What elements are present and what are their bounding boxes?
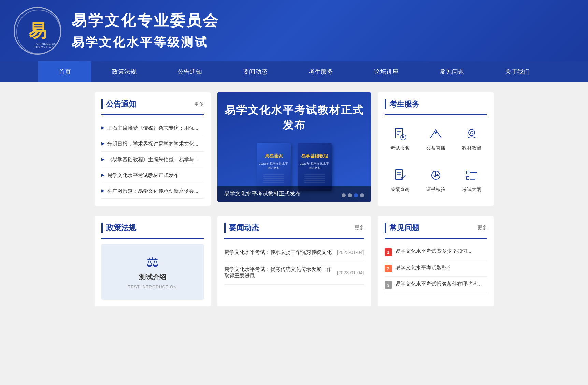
nav-item-service[interactable]: 考生服务 xyxy=(288,61,354,82)
service-title: 考生服务 xyxy=(385,99,419,109)
nav-item-notice[interactable]: 公告通知 xyxy=(157,61,223,82)
policy-title-en: TEST INTRODUCTION xyxy=(128,285,177,289)
faq-item[interactable]: 2 易学文化水平考试题型？ xyxy=(385,260,487,277)
faq-num-3: 3 xyxy=(385,281,392,289)
nav-item-news[interactable]: 要闻动态 xyxy=(223,61,288,82)
notice-item[interactable]: ▶ 《易学基础教程》主编朱伯崑：易学与... xyxy=(101,152,204,167)
service-item-live[interactable]: 公益直播 xyxy=(420,120,451,156)
main-top: 公告通知 更多 ▶ 王石主席接受《传媒》杂志专访：用优... ▶ 光明日报：学术… xyxy=(89,82,499,216)
svg-rect-0 xyxy=(395,128,403,138)
notice-item[interactable]: ▶ 央广网报道：易学文化传承创新座谈会... xyxy=(101,183,204,199)
notice-item[interactable]: ▶ 光明日报：学术界探讨易学的学术文化... xyxy=(101,136,204,152)
arrow-icon: ▶ xyxy=(101,141,104,146)
dot-2[interactable] xyxy=(348,193,352,197)
policy-title-cn: 测试介绍 xyxy=(139,273,166,282)
faq-num-1: 1 xyxy=(385,248,392,256)
notice-item[interactable]: ▶ 王石主席接受《传媒》杂志专访：用优... xyxy=(101,120,204,136)
service-label: 教材教辅 xyxy=(462,145,481,151)
news-more[interactable]: 更多 xyxy=(355,225,364,231)
policy-title: 政策法规 xyxy=(101,223,136,233)
faq-item[interactable]: 1 易学文化水平考试费多少？如何... xyxy=(385,244,487,260)
book1: 周易通识 2023年 易学文化水平测试教材 xyxy=(257,143,291,191)
arrow-icon: ▶ xyxy=(101,125,104,130)
outline-icon xyxy=(463,167,480,184)
notice-title: 公告通知 xyxy=(101,99,136,109)
notice-header: 公告通知 更多 xyxy=(101,99,204,109)
nav-item-forum[interactable]: 论坛讲座 xyxy=(354,61,419,82)
dot-4[interactable] xyxy=(360,193,364,197)
carousel-dots xyxy=(342,193,364,197)
header-titles: 易学文化专业委员会 易学文化水平等级测试 xyxy=(72,11,219,51)
faq-more[interactable]: 更多 xyxy=(477,225,487,231)
book2-subtitle: 2023年 易学文化水平测试教材 xyxy=(298,161,332,171)
exam-reg-icon xyxy=(391,125,408,142)
bottom-section: 政策法规 ⚖ 测试介绍 TEST INTRODUCTION 要闻动态 更多 易学… xyxy=(89,216,499,306)
arrow-icon: ▶ xyxy=(101,188,104,193)
policy-item[interactable]: ⚖ 测试介绍 TEST INTRODUCTION xyxy=(101,244,204,300)
notice-section: 公告通知 更多 ▶ 王石主席接受《传媒》杂志专访：用优... ▶ 光明日报：学术… xyxy=(95,92,211,206)
faq-text: 易学文化水平考试费多少？如何... xyxy=(396,248,472,255)
notice-text: 《易学基础教程》主编朱伯崑：易学与... xyxy=(107,156,199,163)
svg-point-9 xyxy=(470,131,473,134)
nav-item-home[interactable]: 首页 xyxy=(38,61,91,82)
notice-more[interactable]: 更多 xyxy=(194,101,204,107)
faq-text: 易学文化水平考试报名条件有哪些基... xyxy=(396,281,482,287)
notice-text: 央广网报道：易学文化传承创新座谈会... xyxy=(107,187,199,194)
service-label: 公益直播 xyxy=(426,145,445,151)
material-icon xyxy=(463,125,480,142)
news-date: [2023-01-04] xyxy=(337,270,364,275)
nav-item-faq[interactable]: 常见问题 xyxy=(419,61,485,82)
faq-num-2: 2 xyxy=(385,265,392,272)
faq-item[interactable]: 3 易学文化水平考试报名条件有哪些基... xyxy=(385,277,487,293)
service-header: 考生服务 xyxy=(385,99,487,109)
service-label: 成绩查询 xyxy=(390,187,410,193)
service-section: 考生服务 考试报名 公益直播 教材教辅 xyxy=(378,92,494,206)
book2: 易学基础教程 2023年 易学文化水平测试教材 xyxy=(298,143,332,191)
carousel-content: 易学文化水平考试教材正式发布 周易通识 2023年 易学文化水平测试教材 易学基… xyxy=(217,92,371,202)
notice-list: ▶ 王石主席接受《传媒》杂志专访：用优... ▶ 光明日报：学术界探讨易学的学术… xyxy=(101,120,204,199)
arrow-icon: ▶ xyxy=(101,157,104,162)
service-grid: 考试报名 公益直播 教材教辅 成绩查询 xyxy=(385,120,487,198)
notice-text: 王石主席接受《传媒》杂志专访：用优... xyxy=(107,124,199,132)
news-text: 易学文化水平考试：优秀传统文化传承发展工作取得重要进展 xyxy=(224,266,332,279)
service-label: 考试报名 xyxy=(390,145,410,151)
arrow-icon: ▶ xyxy=(101,173,104,177)
carousel-caption: 易学文化水平考试教材正式发布 xyxy=(217,186,371,202)
news-item[interactable]: 易学文化水平考试：优秀传统文化传承发展工作取得重要进展 [2023-01-04] xyxy=(224,261,364,285)
service-item-outline[interactable]: 考试大纲 xyxy=(456,162,487,198)
service-item-material[interactable]: 教材教辅 xyxy=(456,120,487,156)
dot-3[interactable] xyxy=(354,193,358,197)
service-label: 考试大纲 xyxy=(462,187,481,193)
policy-section: 政策法规 ⚖ 测试介绍 TEST INTRODUCTION xyxy=(95,216,211,306)
notice-text: 光明日报：学术界探讨易学的学术文化... xyxy=(107,140,199,147)
service-item-exam-reg[interactable]: 考试报名 xyxy=(385,120,415,156)
faq-header: 常见问题 更多 xyxy=(385,223,487,233)
book1-subtitle: 2023年 易学文化水平测试教材 xyxy=(257,161,291,171)
service-item-score[interactable]: 成绩查询 xyxy=(385,162,415,198)
main-nav: 首页 政策法规 公告通知 要闻动态 考生服务 论坛讲座 常见问题 关于我们 xyxy=(0,61,588,82)
nav-item-about[interactable]: 关于我们 xyxy=(485,61,550,82)
news-item[interactable]: 易学文化水平考试：传承弘扬中华优秀传统文化 [2023-01-04] xyxy=(224,244,364,261)
service-item-cert[interactable]: 证书核验 xyxy=(420,162,451,198)
svg-point-7 xyxy=(435,132,437,134)
carousel-title: 易学文化水平考试教材正式发布 xyxy=(224,103,364,133)
notice-item[interactable]: ▶ 易学文化水平考试教材正式发布 xyxy=(101,167,204,183)
news-date: [2023-01-04] xyxy=(337,250,364,255)
carousel-books: 周易通识 2023年 易学文化水平测试教材 易学基础教程 2023年 易学文化水… xyxy=(257,143,332,191)
notice-text: 易学文化水平考试教材正式发布 xyxy=(107,171,179,179)
policy-header: 政策法规 xyxy=(101,223,204,233)
faq-section: 常见问题 更多 1 易学文化水平考试费多少？如何... 2 易学文化水平考试题型… xyxy=(378,216,494,306)
logo: 易 CHINESE CULTURE PROMOTION SOCIETY xyxy=(14,7,61,55)
svg-rect-16 xyxy=(466,177,469,179)
book2-deco xyxy=(304,173,325,183)
svg-rect-15 xyxy=(466,171,469,174)
news-text: 易学文化水平考试：传承弘扬中华优秀传统文化 xyxy=(224,249,332,256)
service-label: 证书核验 xyxy=(426,187,445,193)
score-icon xyxy=(391,167,408,184)
faq-title: 常见问题 xyxy=(385,223,419,233)
nav-item-policy[interactable]: 政策法规 xyxy=(91,61,157,82)
dot-1[interactable] xyxy=(342,193,346,197)
book1-title: 周易通识 xyxy=(263,151,284,161)
header-title2: 易学文化水平等级测试 xyxy=(72,34,219,51)
policy-icon: ⚖ xyxy=(146,254,159,270)
